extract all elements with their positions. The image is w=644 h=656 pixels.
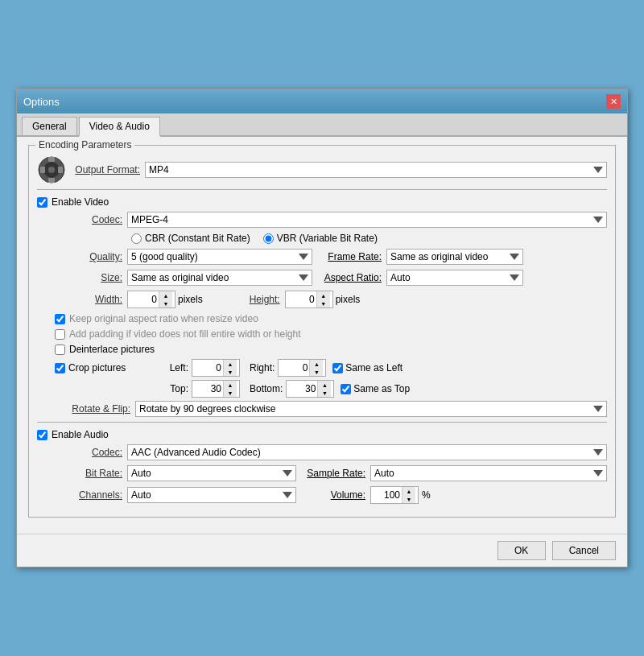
- audio-codec-row: Codec: AAC (Advanced Audio Codec): [55, 444, 607, 460]
- same-as-top-checkbox[interactable]: [341, 384, 351, 394]
- bitrate-samplerate-row: Bit Rate: Auto Sample Rate: Auto: [55, 465, 607, 481]
- volume-label: Volume:: [306, 489, 370, 501]
- tab-bar: General Video & Audio: [17, 113, 627, 137]
- bottom-up-btn[interactable]: ▲: [318, 381, 331, 389]
- audio-settings: Codec: AAC (Advanced Audio Codec) Bit Ra…: [37, 444, 607, 504]
- volume-input[interactable]: [371, 489, 402, 501]
- enable-video-checkbox[interactable]: [37, 197, 47, 208]
- tab-content: Encoding Parameters Output Format: MP4: [17, 137, 627, 534]
- svg-point-2: [48, 167, 55, 173]
- top-input[interactable]: [192, 382, 223, 395]
- height-up-btn[interactable]: ▲: [317, 291, 330, 299]
- codec-select[interactable]: MPEG-4: [127, 212, 607, 228]
- cancel-button[interactable]: Cancel: [552, 541, 616, 560]
- bottom-spinbox[interactable]: ▲ ▼: [286, 380, 334, 398]
- volume-down-btn[interactable]: ▼: [402, 495, 415, 503]
- quality-framerate-row: Quality: 5 (good quality) Frame Rate: Sa…: [55, 249, 607, 265]
- size-aspect-row: Size: Same as original video Aspect Rati…: [55, 270, 607, 286]
- channels-volume-row: Channels: Auto Volume: ▲ ▼ %: [55, 486, 607, 504]
- height-spinbox[interactable]: ▲ ▼: [285, 291, 333, 308]
- right-up-btn[interactable]: ▲: [310, 360, 323, 368]
- add-padding-label[interactable]: Add padding if video does not fill entir…: [69, 328, 301, 340]
- size-select[interactable]: Same as original video: [127, 270, 312, 286]
- keep-aspect-row: Keep original aspect ratio when resize v…: [55, 313, 607, 324]
- bottom-label: Bottom:: [250, 383, 286, 394]
- top-down-btn[interactable]: ▼: [224, 389, 237, 397]
- bottom-input[interactable]: [287, 382, 317, 395]
- enable-audio-row: Enable Audio: [37, 429, 607, 440]
- left-down-btn[interactable]: ▼: [224, 368, 237, 376]
- top-spinbox[interactable]: ▲ ▼: [192, 380, 240, 398]
- volume-up-btn[interactable]: ▲: [402, 487, 415, 495]
- right-input[interactable]: [279, 361, 309, 374]
- deinterlace-checkbox[interactable]: [55, 345, 65, 355]
- deinterlace-row: Deinterlace pictures: [55, 344, 607, 355]
- bitrate-mode-row: CBR (Constant Bit Rate) VBR (Variable Bi…: [55, 233, 607, 244]
- left-input[interactable]: [192, 361, 223, 374]
- tab-general[interactable]: General: [22, 117, 77, 135]
- codec-row: Codec: MPEG-4: [55, 212, 607, 228]
- height-input[interactable]: [286, 293, 316, 306]
- svg-rect-5: [48, 157, 55, 162]
- audio-codec-label: Codec:: [55, 447, 127, 458]
- left-up-btn[interactable]: ▲: [224, 360, 237, 368]
- film-icon: [37, 155, 66, 184]
- vbr-radio[interactable]: [263, 233, 274, 244]
- top-up-btn[interactable]: ▲: [224, 381, 237, 389]
- channels-select[interactable]: Auto: [127, 487, 296, 503]
- left-spinbox[interactable]: ▲ ▼: [192, 359, 240, 377]
- enable-video-label[interactable]: Enable Video: [52, 196, 109, 208]
- dialog-title: Options: [23, 96, 60, 108]
- width-up-btn[interactable]: ▲: [159, 291, 172, 299]
- enable-audio-section: Enable Audio Codec: AAC (Advanced Audio …: [37, 422, 607, 504]
- aspect-ratio-label: Aspect Ratio:: [322, 272, 386, 283]
- right-down-btn[interactable]: ▼: [310, 368, 323, 376]
- width-spinbox[interactable]: ▲ ▼: [127, 291, 175, 308]
- top-bottom-row: Top: ▲ ▼ Bottom: ▲: [55, 380, 607, 398]
- width-down-btn[interactable]: ▼: [159, 299, 172, 307]
- sample-rate-label: Sample Rate:: [306, 468, 370, 479]
- add-padding-checkbox[interactable]: [55, 329, 65, 340]
- bit-rate-select[interactable]: Auto: [127, 465, 296, 481]
- keep-aspect-label[interactable]: Keep original aspect ratio when resize v…: [69, 313, 258, 324]
- frame-rate-select[interactable]: Same as original video: [386, 249, 523, 265]
- same-as-top-label[interactable]: Same as Top: [353, 383, 410, 394]
- cbr-radio[interactable]: [131, 233, 142, 244]
- encoding-section-label: Encoding Parameters: [35, 139, 134, 151]
- keep-aspect-checkbox[interactable]: [55, 314, 65, 324]
- enable-video-section: Enable Video Codec: MPEG-4 CBR: [37, 189, 607, 417]
- aspect-ratio-select[interactable]: Auto: [386, 270, 523, 286]
- quality-label: Quality:: [55, 251, 127, 262]
- volume-spinbox[interactable]: ▲ ▼: [370, 486, 419, 504]
- deinterlace-label[interactable]: Deinterlace pictures: [69, 344, 155, 355]
- same-as-left-label[interactable]: Same as Left: [345, 362, 402, 373]
- crop-label[interactable]: Crop pictures: [68, 362, 126, 373]
- audio-codec-select[interactable]: AAC (Advanced Audio Codec): [127, 444, 607, 460]
- right-spinbox[interactable]: ▲ ▼: [278, 359, 326, 377]
- quality-select[interactable]: 5 (good quality): [127, 249, 312, 265]
- output-format-label: Output Format:: [72, 164, 145, 175]
- width-input[interactable]: [128, 293, 159, 306]
- sample-rate-select[interactable]: Auto: [370, 465, 607, 481]
- crop-checkbox[interactable]: [55, 363, 65, 373]
- rotate-flip-label: Rotate & Flip:: [55, 403, 135, 415]
- svg-rect-4: [58, 167, 63, 173]
- codec-label: Codec:: [55, 214, 127, 225]
- tab-video-audio[interactable]: Video & Audio: [79, 117, 160, 137]
- height-down-btn[interactable]: ▼: [317, 299, 330, 307]
- width-label: Width:: [55, 294, 127, 305]
- enable-audio-label[interactable]: Enable Audio: [52, 429, 109, 440]
- output-format-select[interactable]: MP4: [145, 162, 607, 178]
- frame-rate-label: Frame Rate:: [322, 251, 386, 262]
- vbr-option[interactable]: VBR (Variable Bit Rate): [263, 233, 378, 244]
- cbr-option[interactable]: CBR (Constant Bit Rate): [131, 233, 250, 244]
- same-as-left-checkbox[interactable]: [332, 363, 343, 373]
- output-format-row: Output Format: MP4: [37, 155, 607, 184]
- bottom-down-btn[interactable]: ▼: [318, 389, 331, 397]
- ok-button[interactable]: OK: [497, 541, 546, 560]
- rotate-flip-select[interactable]: Rotate by 90 degrees clockwise: [135, 401, 607, 417]
- right-label: Right:: [250, 362, 278, 373]
- enable-audio-checkbox[interactable]: [37, 430, 47, 440]
- left-label: Left:: [159, 362, 192, 373]
- close-button[interactable]: ✕: [606, 94, 621, 109]
